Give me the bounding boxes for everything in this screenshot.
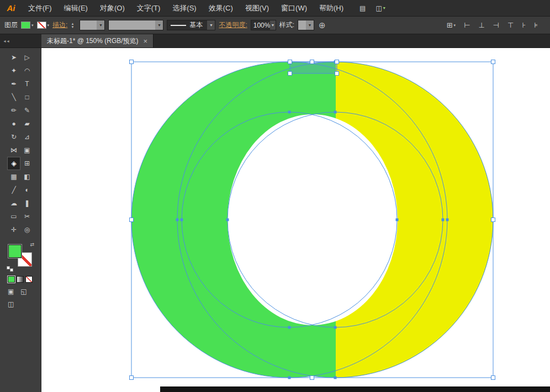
width-tool[interactable]: ⋈ — [7, 144, 20, 157]
transform-panel-icon[interactable]: ⊞▾ — [447, 21, 456, 29]
align-right-icon[interactable]: ⊣ — [493, 21, 499, 29]
globe-icon[interactable]: ⊕ — [319, 20, 326, 30]
swap-fill-stroke-icon[interactable]: ⇄ — [30, 242, 34, 247]
line-segment-tool[interactable]: ╲ — [7, 91, 20, 104]
stroke-weight-select[interactable]: ▼ — [80, 20, 105, 30]
hand-tool[interactable]: ✛ — [7, 223, 20, 236]
stroke-link[interactable]: 描边: — [52, 20, 67, 30]
fill-color-dropdown[interactable]: ▾ — [21, 22, 34, 29]
stroke-color-swatch[interactable] — [37, 22, 46, 29]
workspace-switcher-icon[interactable]: ◫ ▾ — [376, 4, 385, 12]
menu-bar: Ai 文件(F)编辑(E)对象(O)文字(T)选择(S)效果(C)视图(V)窗口… — [0, 0, 550, 17]
drawing-mode-row: ▣◱ — [8, 288, 33, 295]
lasso-tool[interactable]: ◠ — [20, 64, 34, 77]
stroke-weight-stepper[interactable]: ▲ ▼ — [71, 22, 76, 29]
gradient-paint-button[interactable] — [17, 276, 24, 283]
toolbar-collapse-button[interactable]: ◄◄ — [0, 34, 41, 47]
menu-item-6[interactable]: 效果(C) — [203, 0, 239, 16]
none-slash-icon — [26, 277, 32, 282]
magic-wand-tool[interactable]: ✦ — [7, 64, 20, 77]
perspective-grid-tool[interactable]: ⊞ — [20, 157, 34, 170]
selection-type-label: 图层 — [4, 20, 18, 30]
mini-stroke-square — [10, 268, 13, 272]
stepper-down-icon[interactable]: ▼ — [71, 25, 76, 29]
menu-item-8[interactable]: 窗口(W) — [275, 0, 313, 16]
menu-item-7[interactable]: 视图(V) — [239, 0, 275, 16]
chevron-down-icon: ▾ — [383, 6, 385, 10]
fill-swatch[interactable] — [8, 244, 22, 258]
chevron-down-icon: ▾ — [31, 23, 34, 28]
document-tab-bar: ◄◄ 未标题-1* @ 150% (RGB/预览) × — [0, 34, 550, 48]
column-graph-tool[interactable]: ❚ — [20, 197, 34, 210]
tool-panel: ➤▷✦◠✒T╲□✏✎●▰↻⊿⋈▣◈⊞▦◧╱◐☁❚▭✂✛◎ ⇄ ▣◱ ◫ — [0, 48, 41, 392]
symbol-sprayer-tool[interactable]: ☁ — [7, 197, 20, 210]
artboard-canvas[interactable] — [41, 48, 550, 392]
none-slash-icon — [38, 22, 46, 28]
arrange-documents-icon[interactable]: ▤ — [359, 4, 366, 12]
artboard-tool[interactable]: ▭ — [7, 210, 20, 223]
none-paint-button[interactable] — [25, 276, 33, 283]
menu-item-4[interactable]: 文字(T) — [131, 0, 167, 16]
tools-grid: ➤▷✦◠✒T╲□✏✎●▰↻⊿⋈▣◈⊞▦◧╱◐☁❚▭✂✛◎ — [7, 51, 34, 236]
opacity-value: 100% — [251, 22, 271, 29]
paintbrush-tool[interactable]: ✏ — [7, 104, 20, 117]
color-paint-button[interactable] — [8, 276, 15, 283]
arrange-documents-glyph: ▤ — [359, 4, 366, 12]
pencil-tool[interactable]: ✎ — [20, 104, 34, 117]
style-select[interactable]: ▼ — [298, 20, 314, 30]
blob-brush-tool[interactable]: ● — [7, 117, 20, 130]
zoom-tool[interactable]: ◎ — [20, 223, 34, 236]
menu-item-9[interactable]: 帮助(H) — [313, 0, 350, 16]
scale-tool[interactable]: ⊿ — [20, 130, 34, 144]
stroke-preview-line — [171, 25, 186, 26]
slice-tool[interactable]: ✂ — [20, 210, 34, 223]
gradient-tool[interactable]: ◧ — [20, 170, 34, 183]
menu-item-5[interactable]: 选择(S) — [166, 0, 202, 16]
stroke-color-dropdown[interactable]: ▾ — [37, 22, 50, 29]
type-tool[interactable]: T — [20, 77, 34, 91]
document-tab[interactable]: 未标题-1* @ 150% (RGB/预览) × — [41, 34, 154, 47]
default-fill-stroke-icon[interactable] — [7, 266, 13, 272]
opacity-link[interactable]: 不透明度: — [219, 20, 247, 30]
screen-mode-row: ◫ — [8, 300, 33, 308]
menu-items: 文件(F)编辑(E)对象(O)文字(T)选择(S)效果(C)视图(V)窗口(W)… — [22, 0, 350, 16]
tab-close-icon[interactable]: × — [144, 37, 148, 45]
menu-item-3[interactable]: 对象(O) — [94, 0, 131, 16]
mesh-tool[interactable]: ▦ — [7, 170, 20, 183]
blend-tool[interactable]: ◐ — [20, 183, 34, 197]
fill-color-swatch[interactable] — [21, 22, 30, 29]
rectangle-tool[interactable]: □ — [20, 91, 34, 104]
draw-normal-mode-icon[interactable]: ▣ — [8, 288, 14, 295]
distribute-bottom-icon[interactable]: ⊧ — [534, 21, 538, 29]
align-left-icon[interactable]: ⊢ — [464, 21, 470, 29]
align-icon-cluster: ⊞▾⊢⊥⊣⊤⊦⊧ — [447, 21, 546, 29]
chevron-down-icon[interactable]: ▼ — [207, 20, 215, 30]
direct-selection-tool[interactable]: ▷ — [20, 51, 34, 64]
align-center-icon[interactable]: ⊥ — [478, 21, 484, 29]
chevron-down-icon[interactable]: ▼ — [306, 20, 314, 30]
chevron-down-icon[interactable]: ▼ — [97, 20, 104, 30]
variable-width-profile-select[interactable]: ▼ — [108, 20, 163, 30]
distribute-top-icon[interactable]: ⊤ — [507, 21, 514, 29]
shape-builder-tool[interactable]: ◈ — [7, 157, 20, 170]
free-transform-tool[interactable]: ▣ — [20, 144, 34, 157]
distribute-center-icon[interactable]: ⊦ — [522, 21, 526, 29]
document-tab-title: 未标题-1* @ 150% (RGB/预览) — [47, 36, 139, 46]
screen-mode-icon[interactable]: ◫ — [8, 300, 14, 308]
chevron-down-icon: ▾ — [47, 23, 50, 28]
rotate-tool[interactable]: ↻ — [7, 130, 20, 144]
draw-behind-mode-icon[interactable]: ◱ — [20, 288, 27, 295]
chevron-down-icon: ▾ — [454, 23, 456, 28]
chevron-down-icon[interactable]: ▼ — [270, 20, 275, 30]
eyedropper-tool[interactable]: ╱ — [7, 183, 20, 197]
opacity-select[interactable]: 100% ▼ — [251, 20, 276, 30]
chevron-down-icon[interactable]: ▼ — [155, 20, 163, 30]
pen-tool[interactable]: ✒ — [7, 77, 20, 91]
control-bar: 图层 ▾ ▾ 描边: ▲ ▼ ▼ ▼ 基本 ▼ 不透明度: 100% ▼ 样式:… — [0, 17, 550, 34]
selection-tool[interactable]: ➤ — [7, 51, 20, 64]
brush-definition-select[interactable]: 基本 ▼ — [167, 20, 215, 30]
eraser-tool[interactable]: ▰ — [20, 117, 34, 130]
menu-item-2[interactable]: 编辑(E) — [58, 0, 94, 16]
illustrator-logo: Ai — [0, 0, 22, 16]
menu-item-1[interactable]: 文件(F) — [22, 0, 58, 16]
